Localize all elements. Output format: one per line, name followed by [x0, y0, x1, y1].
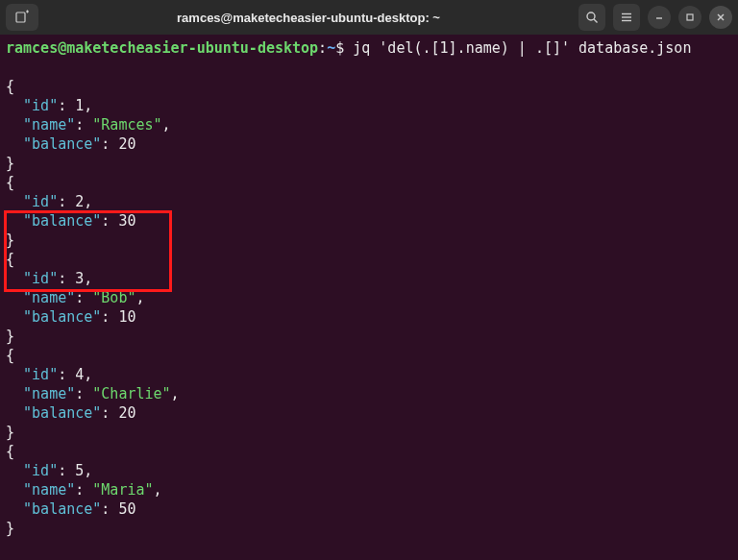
search-button[interactable]	[578, 4, 605, 31]
svg-line-2	[594, 19, 598, 23]
window-title: ramces@maketecheasier-ubuntu-desktop: ~	[44, 11, 573, 25]
svg-rect-7	[687, 14, 693, 20]
terminal-output: ramces@maketecheasier-ubuntu-desktop:~$ …	[6, 38, 732, 538]
new-tab-button[interactable]	[6, 4, 38, 31]
new-tab-icon	[14, 10, 30, 25]
terminal-area[interactable]: ramces@maketecheasier-ubuntu-desktop:~$ …	[0, 35, 738, 560]
hamburger-icon	[620, 11, 633, 24]
close-button[interactable]	[709, 6, 732, 29]
maximize-button[interactable]	[678, 6, 701, 29]
menu-button[interactable]	[613, 4, 640, 31]
window-controls	[578, 4, 732, 31]
maximize-icon	[685, 12, 695, 22]
minimize-icon	[654, 12, 664, 22]
close-icon	[716, 12, 726, 22]
titlebar: ramces@maketecheasier-ubuntu-desktop: ~	[0, 0, 738, 35]
svg-point-1	[587, 12, 595, 20]
minimize-button[interactable]	[648, 6, 671, 29]
search-icon	[585, 11, 599, 24]
svg-rect-0	[16, 12, 25, 22]
